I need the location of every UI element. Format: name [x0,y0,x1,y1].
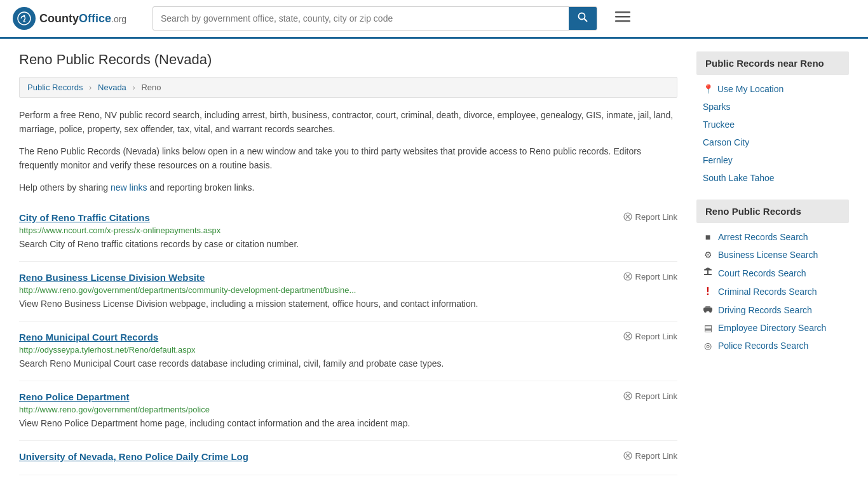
record-title[interactable]: City of Reno Traffic Citations [19,212,150,223]
svg-point-27 [704,310,707,313]
record-item: Reno Police Department Report Link http:… [19,381,677,441]
police-icon: ◎ [703,341,713,351]
wrench-icon [623,212,632,221]
criminal-records-link[interactable]: Criminal Records Search [718,287,817,297]
description-para1: Perform a free Reno, NV public record se… [19,108,677,137]
wrench-icon [623,332,632,341]
record-header: City of Reno Traffic Citations Report Li… [19,212,677,223]
report-link-label: Report Link [635,332,677,341]
report-link-label: Report Link [635,391,677,401]
court-icon [703,268,713,278]
description-para3-before: Help others by sharing [19,182,111,193]
location-pin-icon: 📍 [703,84,714,94]
record-header: University of Nevada, Reno Police Daily … [19,451,677,462]
truckee-link[interactable]: Truckee [703,119,735,130]
driving-records-link[interactable]: Driving Records Search [718,305,812,315]
record-url[interactable]: http://www.reno.gov/government/departmen… [19,405,677,414]
sidebar-city-south-lake-tahoe[interactable]: South Lake Tahoe [696,169,849,187]
driving-icon [703,305,713,315]
police-records-link[interactable]: Police Records Search [718,341,808,351]
sidebar-nearby-heading: Public Records near Reno [696,51,849,75]
record-header: Reno Police Department Report Link [19,391,677,402]
report-link-button[interactable]: Report Link [623,272,677,281]
menu-button[interactable] [610,8,635,29]
report-link-button[interactable]: Report Link [623,391,677,401]
svg-rect-24 [704,269,712,271]
record-url[interactable]: http://odysseypa.tylerhost.net/Reno/defa… [19,345,677,355]
main-container: Reno Public Records (Nevada) Public Reco… [0,39,868,488]
report-link-label: Report Link [635,451,677,461]
breadcrumb-sep-2: › [132,83,135,92]
business-license-link[interactable]: Business License Search [718,250,818,260]
record-header: Reno Business License Division Website R… [19,272,677,283]
court-records-link[interactable]: Court Records Search [718,268,806,278]
employee-icon: ▤ [703,323,713,333]
sidebar-record-criminal[interactable]: ! Criminal Records Search [696,282,849,301]
report-link-button[interactable]: Report Link [623,451,677,461]
sidebar-use-location[interactable]: 📍 Use My Location [696,80,849,98]
arrest-icon: ■ [703,232,713,242]
wrench-icon [623,451,632,460]
svg-point-0 [18,12,31,25]
page-title: Reno Public Records (Nevada) [19,51,677,68]
logo-text: CountyOffice.org [39,12,126,25]
search-button[interactable] [569,7,597,30]
sidebar-record-court[interactable]: Court Records Search [696,264,849,282]
record-title[interactable]: Reno Business License Division Website [19,272,205,283]
breadcrumb-sep-1: › [89,83,92,92]
search-bar[interactable] [153,6,597,30]
record-item: City of Reno Traffic Citations Report Li… [19,202,677,262]
record-title[interactable]: Reno Municipal Court Records [19,332,158,342]
use-my-location-link[interactable]: Use My Location [717,84,783,94]
breadcrumb-nevada[interactable]: Nevada [98,83,126,92]
record-title[interactable]: University of Nevada, Reno Police Daily … [19,451,248,462]
content-area: Reno Public Records (Nevada) Public Reco… [19,51,677,475]
sidebar: Public Records near Reno 📍 Use My Locati… [696,51,849,475]
breadcrumb-reno: Reno [141,83,161,92]
search-input[interactable] [153,8,569,29]
criminal-icon: ! [703,286,713,297]
record-title[interactable]: Reno Police Department [19,391,129,402]
arrest-records-link[interactable]: Arrest Records Search [718,232,808,242]
sidebar-reno-records-section: Reno Public Records ■ Arrest Records Sea… [696,200,849,355]
record-url[interactable]: http://www.reno.gov/government/departmen… [19,285,677,295]
sparks-link[interactable]: Sparks [703,102,731,112]
report-link-button[interactable]: Report Link [623,332,677,341]
record-url[interactable]: https://www.ncourt.com/x-press/x-onlinep… [19,226,677,235]
sidebar-reno-records-heading: Reno Public Records [696,200,849,223]
report-link-button[interactable]: Report Link [623,212,677,222]
sidebar-nearby-section: Public Records near Reno 📍 Use My Locati… [696,51,849,187]
svg-rect-4 [615,11,630,13]
hamburger-icon [615,11,630,23]
business-license-icon: ⚙ [703,250,713,260]
description-para2: The Reno Public Records (Nevada) links b… [19,144,677,173]
sidebar-city-truckee[interactable]: Truckee [696,116,849,133]
logo-area: CountyOffice.org [13,7,140,30]
sidebar-record-driving[interactable]: Driving Records Search [696,301,849,319]
report-link-label: Report Link [635,272,677,281]
description-para3: Help others by sharing new links and rep… [19,180,677,194]
logo-icon [13,7,36,30]
sidebar-city-fernley[interactable]: Fernley [696,151,849,169]
employee-directory-link[interactable]: Employee Directory Search [718,323,826,333]
wrench-icon [623,272,632,281]
sidebar-record-employee[interactable]: ▤ Employee Directory Search [696,319,849,337]
south-lake-tahoe-link[interactable]: South Lake Tahoe [703,173,775,183]
sidebar-record-police[interactable]: ◎ Police Records Search [696,337,849,355]
sidebar-record-arrest[interactable]: ■ Arrest Records Search [696,228,849,246]
svg-point-1 [24,15,25,17]
sidebar-record-business-license[interactable]: ⚙ Business License Search [696,246,849,264]
svg-rect-29 [705,306,710,308]
sidebar-city-sparks[interactable]: Sparks [696,98,849,116]
svg-rect-5 [615,16,630,18]
svg-marker-25 [704,268,712,269]
fernley-link[interactable]: Fernley [703,155,733,165]
sidebar-city-carson[interactable]: Carson City [696,133,849,151]
record-desc: View Reno Business License Division webp… [19,297,677,311]
new-links-link[interactable]: new links [111,182,147,193]
record-desc: View Reno Police Department home page, i… [19,417,677,430]
carson-city-link[interactable]: Carson City [703,137,749,147]
svg-point-28 [709,310,712,313]
breadcrumb-public-records[interactable]: Public Records [27,83,83,92]
search-icon [578,12,588,22]
